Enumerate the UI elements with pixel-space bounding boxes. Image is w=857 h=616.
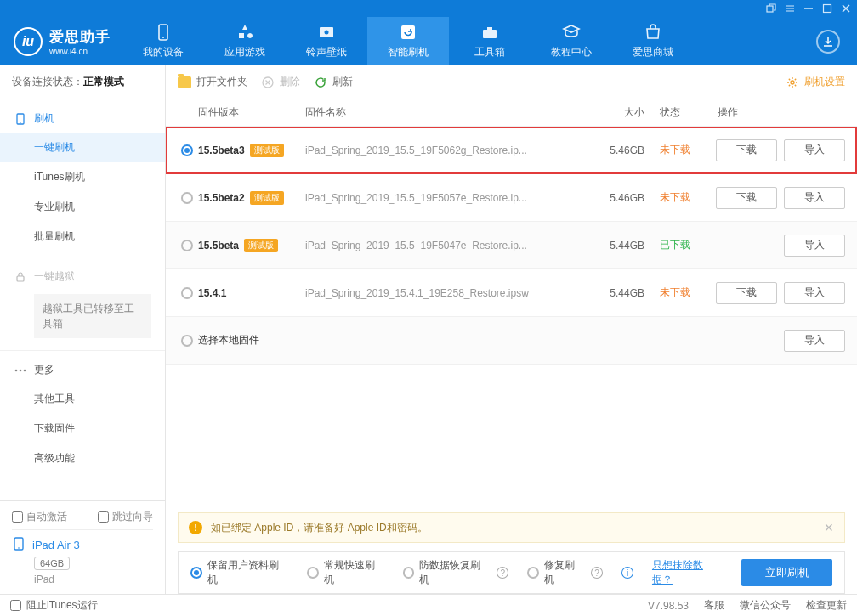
- svg-rect-0: [767, 6, 773, 12]
- sidebar-group-flash[interactable]: 刷机: [0, 105, 165, 133]
- flash-icon: [14, 112, 27, 126]
- notice-close-icon[interactable]: ✕: [824, 521, 834, 534]
- svg-point-14: [24, 369, 26, 371]
- beta-badge: 测试版: [244, 239, 278, 252]
- svg-rect-11: [17, 276, 24, 281]
- firmware-version: 15.5beta2 测试版: [198, 191, 305, 205]
- footer-check-update[interactable]: 检查更新: [806, 598, 847, 613]
- app-footer: 阻止iTunes运行 V7.98.53 客服 微信公众号 检查更新: [0, 594, 857, 616]
- firmware-radio[interactable]: [176, 287, 198, 299]
- content-toolbar: 打开文件夹 删除 刷新 刷机设置: [166, 65, 857, 99]
- nav-apps[interactable]: 应用游戏: [204, 17, 286, 65]
- download-button[interactable]: 下载: [716, 282, 777, 304]
- help-icon[interactable]: ?: [591, 567, 603, 579]
- firmware-status: 已下载: [644, 238, 706, 252]
- local-firmware-row[interactable]: 选择本地固件导入: [166, 317, 857, 365]
- device-type: iPad: [34, 574, 153, 585]
- import-button[interactable]: 导入: [784, 187, 845, 209]
- titlebar-minimize-icon[interactable]: [803, 3, 814, 14]
- beta-badge: 测试版: [250, 191, 284, 205]
- nav-flash[interactable]: 智能刷机: [367, 17, 449, 65]
- col-size: 大小: [576, 105, 644, 120]
- import-button[interactable]: 导入: [784, 139, 845, 161]
- import-button[interactable]: 导入: [784, 330, 845, 352]
- firmware-radio[interactable]: [176, 335, 198, 347]
- block-itunes-checkbox[interactable]: 阻止iTunes运行: [10, 598, 98, 613]
- titlebar-maximize-icon[interactable]: [821, 3, 833, 14]
- import-button[interactable]: 导入: [784, 282, 845, 304]
- logo[interactable]: iu 爱思助手 www.i4.cn: [0, 27, 122, 56]
- sidebar-group-more[interactable]: 更多: [0, 356, 165, 384]
- help-icon[interactable]: ?: [497, 567, 508, 579]
- info-icon[interactable]: i: [621, 567, 633, 579]
- nav-ringtones[interactable]: 铃声壁纸: [286, 17, 367, 65]
- firmware-row[interactable]: 15.5beta3 测试版iPad_Spring_2019_15.5_19F50…: [166, 127, 857, 174]
- sidebar-flash-oneclick[interactable]: 一键刷机: [0, 133, 165, 162]
- sidebar-more-download[interactable]: 下载固件: [0, 414, 165, 444]
- sidebar-flash-batch[interactable]: 批量刷机: [0, 222, 165, 251]
- svg-point-18: [791, 81, 794, 84]
- titlebar-newwin-icon[interactable]: [765, 3, 777, 14]
- nav-device[interactable]: 我的设备: [122, 17, 204, 65]
- refresh-button[interactable]: 刷新: [314, 75, 353, 89]
- erase-data-link[interactable]: 只想抹除数据？: [652, 558, 723, 587]
- firmware-radio[interactable]: [176, 240, 198, 251]
- content-area: 打开文件夹 删除 刷新 刷机设置 固件版本 固件名称 大小 状态 操作 15.5…: [166, 65, 857, 594]
- flash-option-repair[interactable]: 修复刷机?: [527, 558, 603, 587]
- sidebar-flash-itunes[interactable]: iTunes刷机: [0, 162, 165, 192]
- delete-icon: [261, 76, 275, 89]
- footer-support[interactable]: 客服: [704, 598, 724, 613]
- firmware-size: 5.44GB: [576, 287, 644, 299]
- firmware-row[interactable]: 15.5beta 测试版iPad_Spring_2019_15.5_19F504…: [166, 222, 857, 269]
- firmware-version: 15.4.1: [198, 287, 305, 299]
- col-name: 固件名称: [305, 105, 576, 120]
- flash-settings-button[interactable]: 刷机设置: [786, 75, 845, 89]
- sidebar-more-other[interactable]: 其他工具: [0, 384, 165, 414]
- flash-option-normal[interactable]: 常规快速刷机: [307, 558, 384, 587]
- sidebar-more-advanced[interactable]: 高级功能: [0, 444, 165, 473]
- flash-option-antirecover[interactable]: 防数据恢复刷机?: [403, 558, 509, 587]
- radio-icon: [307, 567, 319, 579]
- nav-toolbox[interactable]: 工具箱: [449, 17, 531, 65]
- svg-point-13: [20, 369, 22, 371]
- nav-ringtones-icon: [317, 23, 336, 42]
- titlebar-menu-icon[interactable]: [784, 3, 796, 14]
- svg-point-10: [20, 122, 21, 123]
- flash-now-button[interactable]: 立即刷机: [741, 559, 832, 586]
- device-name[interactable]: iPad Air 3: [32, 539, 80, 551]
- flash-options-bar: 保留用户资料刷机常规快速刷机防数据恢复刷机?修复刷机? i 只想抹除数据？ 立即…: [178, 551, 845, 594]
- firmware-size: 5.46GB: [576, 144, 644, 156]
- import-button[interactable]: 导入: [784, 235, 845, 257]
- app-version: V7.98.53: [648, 600, 689, 612]
- firmware-table-header: 固件版本 固件名称 大小 状态 操作: [166, 99, 857, 127]
- brand-name: 爱思助手: [49, 27, 111, 47]
- app-header: iu 爱思助手 www.i4.cn 我的设备应用游戏铃声壁纸智能刷机工具箱教程中…: [0, 17, 857, 65]
- auto-activate-checkbox[interactable]: 自动激活: [12, 510, 67, 524]
- nav-store[interactable]: 爱思商城: [612, 17, 694, 65]
- appleid-notice: ! 如已绑定 Apple ID，请准备好 Apple ID和密码。 ✕: [178, 512, 845, 543]
- radio-icon: [190, 567, 202, 579]
- firmware-row[interactable]: 15.5beta2 测试版iPad_Spring_2019_15.5_19F50…: [166, 174, 857, 222]
- open-folder-button[interactable]: 打开文件夹: [178, 75, 247, 89]
- sidebar-flash-pro[interactable]: 专业刷机: [0, 192, 165, 222]
- firmware-status: 未下载: [644, 190, 706, 205]
- sidebar: 设备连接状态：正常模式 刷机 一键刷机iTunes刷机专业刷机批量刷机 一键越狱…: [0, 65, 166, 594]
- download-button[interactable]: 下载: [716, 187, 777, 209]
- firmware-radio[interactable]: [176, 192, 198, 204]
- firmware-row[interactable]: 15.4.1iPad_Spring_2019_15.4.1_19E258_Res…: [166, 269, 857, 317]
- col-status: 状态: [644, 105, 706, 120]
- jailbreak-moved-note: 越狱工具已转移至工具箱: [34, 294, 151, 338]
- skip-guide-checkbox[interactable]: 跳过向导: [98, 510, 153, 524]
- footer-wechat[interactable]: 微信公众号: [740, 598, 791, 613]
- titlebar-close-icon[interactable]: [840, 3, 852, 14]
- downloads-icon[interactable]: [816, 30, 840, 54]
- firmware-radio[interactable]: [176, 144, 198, 156]
- delete-button: 删除: [261, 75, 300, 89]
- nav-tutorials[interactable]: 教程中心: [531, 17, 612, 65]
- firmware-filename: iPad_Spring_2019_15.5_19F5062g_Restore.i…: [305, 144, 576, 156]
- download-button[interactable]: 下载: [716, 139, 777, 161]
- svg-point-16: [18, 547, 20, 549]
- firmware-version: 15.5beta3 测试版: [198, 144, 305, 157]
- folder-icon: [178, 76, 191, 88]
- flash-option-keep[interactable]: 保留用户资料刷机: [190, 558, 288, 587]
